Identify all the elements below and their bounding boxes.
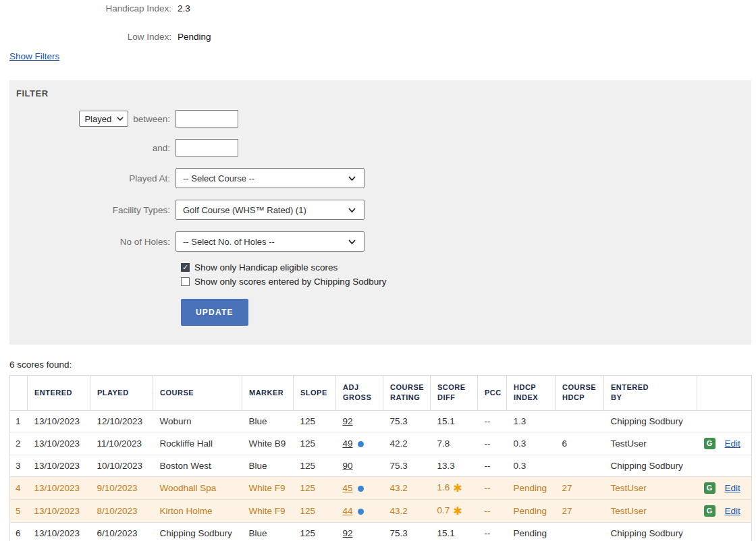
handicap-eligible-checkbox[interactable] — [181, 263, 190, 272]
facility-types-label: Facility Types: — [16, 205, 176, 215]
date-from-input[interactable] — [176, 110, 238, 127]
cell-entered-date: 13/10/2023 — [28, 476, 90, 499]
handicap-index-label: Handicap Index: — [9, 3, 171, 15]
cell-played-date: 12/10/2023 — [90, 410, 153, 432]
header-course-rating: COURSE RATING — [383, 376, 431, 411]
score-row: 113/10/202312/10/2023WoburnBlue1259275.3… — [10, 410, 752, 432]
cell-course-rating: 75.3 — [383, 455, 431, 476]
cell-course-rating: 42.2 — [383, 432, 431, 455]
header-course-hdcp: COURSE HDCP — [556, 376, 604, 411]
edit-score-link[interactable]: Edit — [725, 506, 740, 516]
adj-gross-score-link[interactable]: 49 — [343, 438, 353, 449]
cell-slope: 125 — [294, 476, 336, 499]
cell-adj-gross: 44 — [336, 499, 383, 522]
edit-score-link[interactable]: Edit — [725, 438, 740, 449]
cell-entered-by: Chipping Sodbury — [604, 522, 697, 541]
cell-score-diff: 15.1 — [431, 410, 478, 432]
nine-hole-dot-icon — [358, 509, 364, 515]
facility-types-select[interactable]: Golf Course (WHS™ Rated) (1) — [176, 200, 364, 220]
cell-pcc: -- — [478, 522, 507, 541]
handicap-eligible-checkbox-row: Show only Handicap eligible scores — [181, 262, 745, 273]
cell-marker: Blue — [242, 455, 294, 476]
no-of-holes-select[interactable]: -- Select No. of Holes -- — [176, 231, 364, 252]
header-entered-by: ENTERED BY — [604, 376, 697, 411]
score-row: 413/10/20239/10/2023Woodhall SpaWhite F9… — [10, 476, 752, 499]
cell-marker: White B9 — [242, 432, 294, 455]
facility-types-row: Facility Types: Golf Course (WHS™ Rated)… — [16, 200, 745, 220]
cell-hdcp-index: Pending — [507, 499, 556, 522]
score-row: 613/10/20236/10/2023Chipping SodburyBlue… — [10, 522, 752, 541]
exceptional-score-star-icon: ✱ — [453, 482, 462, 494]
cell-slope: 125 — [294, 432, 336, 455]
cell-entered-date: 13/10/2023 — [28, 455, 90, 476]
played-at-select[interactable]: -- Select Course -- — [176, 168, 364, 188]
handicap-eligible-checkbox-label: Show only Handicap eligible scores — [194, 262, 338, 273]
cell-actions: GEdit — [697, 432, 752, 455]
adj-gross-score-link[interactable]: 92 — [343, 416, 353, 426]
entered-by-club-checkbox-row: Show only scores entered by Chipping Sod… — [181, 277, 745, 287]
cell-row-number: 5 — [10, 499, 28, 522]
cell-pcc: -- — [478, 499, 507, 522]
date-type-selected-value: Played — [84, 114, 111, 124]
general-play-badge: G — [704, 438, 716, 449]
cell-marker: Blue — [242, 410, 294, 432]
filter-title: FILTER — [16, 88, 745, 98]
played-at-label: Played At: — [16, 173, 176, 183]
header-played: PLAYED — [90, 376, 153, 411]
score-row: 213/10/202311/10/2023Rockliffe HallWhite… — [10, 432, 752, 455]
score-diff-value: 1.6 — [437, 482, 450, 492]
adj-gross-score-link[interactable]: 45 — [343, 483, 353, 493]
between-label: between: — [133, 114, 170, 124]
cell-course-name: Chipping Sodbury — [153, 522, 242, 541]
score-diff-value: 13.3 — [437, 461, 455, 471]
header-hdcp-index: HDCP INDEX — [507, 376, 556, 411]
show-filters-link[interactable]: Show Filters — [9, 51, 59, 61]
cell-score-diff: 0.7✱ — [431, 499, 478, 522]
scores-table-header: ENTERED PLAYED COURSE MARKER SLOPE ADJ G… — [10, 376, 752, 411]
update-button[interactable]: UPDATE — [181, 299, 248, 326]
cell-slope: 125 — [294, 499, 336, 522]
score-diff-value: 7.8 — [437, 438, 450, 449]
score-row: 313/10/202310/10/2023Boston WestBlue1259… — [10, 455, 752, 476]
general-play-badge: G — [704, 482, 716, 494]
cell-score-diff: 13.3 — [431, 455, 478, 476]
cell-adj-gross: 90 — [336, 455, 383, 476]
cell-course-rating: 75.3 — [383, 522, 431, 541]
date-type-select[interactable]: Played — [79, 111, 128, 127]
header-actions — [697, 376, 752, 411]
cell-course-hdcp: 27 — [556, 476, 604, 499]
header-course: COURSE — [153, 376, 242, 411]
cell-slope: 125 — [294, 455, 336, 476]
entered-by-club-checkbox[interactable] — [181, 277, 190, 286]
cell-score-diff: 15.1 — [431, 522, 478, 541]
no-of-holes-label: No of Holes: — [16, 237, 176, 247]
and-label: and: — [16, 143, 176, 153]
exceptional-score-star-icon: ✱ — [453, 505, 462, 517]
chevron-down-icon — [348, 239, 356, 244]
cell-course-name: Woburn — [153, 410, 242, 432]
cell-entered-by: TestUser — [604, 476, 697, 499]
cell-entered-date: 13/10/2023 — [28, 432, 90, 455]
score-row: 513/10/20238/10/2023Kirton HolmeWhite F9… — [10, 499, 752, 522]
adj-gross-score-link[interactable]: 92 — [343, 528, 353, 538]
edit-score-link[interactable]: Edit — [725, 483, 740, 493]
cell-hdcp-index: 0.3 — [507, 432, 556, 455]
chevron-down-icon — [117, 117, 124, 121]
date-to-input[interactable] — [176, 139, 238, 156]
cell-course-hdcp: 6 — [556, 432, 604, 455]
adj-gross-score-link[interactable]: 44 — [343, 506, 353, 516]
cell-score-diff: 7.8 — [431, 432, 478, 455]
adj-gross-score-link[interactable]: 90 — [343, 461, 353, 471]
chevron-down-icon — [348, 176, 356, 181]
cell-course-name: Kirton Holme — [153, 499, 242, 522]
low-index-label: Low Index: — [9, 31, 171, 43]
page: Handicap Index: 2.3 Low Index: Pending S… — [0, 0, 756, 541]
cell-course-rating: 75.3 — [383, 410, 431, 432]
scores-table: ENTERED PLAYED COURSE MARKER SLOPE ADJ G… — [9, 375, 752, 541]
score-diff-value: 15.1 — [437, 416, 455, 426]
cell-slope: 125 — [294, 522, 336, 541]
cell-pcc: -- — [478, 410, 507, 432]
cell-marker: Blue — [242, 522, 294, 541]
cell-entered-date: 13/10/2023 — [28, 410, 90, 432]
cell-row-number: 2 — [10, 432, 28, 455]
